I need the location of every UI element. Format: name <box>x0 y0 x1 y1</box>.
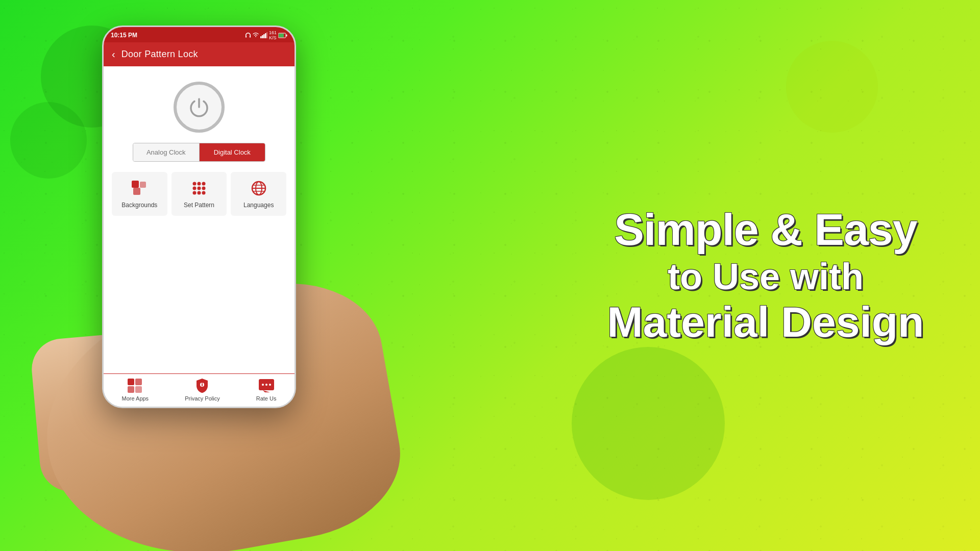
svg-point-17 <box>198 187 201 190</box>
svg-point-15 <box>202 182 206 186</box>
app-title: Door Pattern Lock <box>121 49 198 60</box>
svg-point-21 <box>202 191 206 195</box>
svg-point-20 <box>198 191 201 195</box>
more-apps-icon <box>128 378 143 393</box>
power-icon <box>188 96 210 118</box>
svg-point-36 <box>265 384 267 386</box>
status-icons: 161K/S <box>245 30 287 40</box>
languages-label: Languages <box>243 202 274 209</box>
svg-rect-0 <box>246 36 247 38</box>
tagline-line3: Material Design <box>592 298 939 345</box>
svg-rect-11 <box>133 188 140 195</box>
svg-rect-29 <box>128 386 134 393</box>
languages-tile[interactable]: Languages <box>231 172 286 216</box>
svg-rect-30 <box>135 386 142 393</box>
tagline-line2: to Use with <box>592 255 939 298</box>
rate-us-label: Rate Us <box>256 395 277 402</box>
app-bar: ‹ Door Pattern Lock <box>104 42 295 66</box>
svg-point-13 <box>193 182 197 186</box>
phone-wrapper: 10:15 PM <box>77 10 342 541</box>
svg-rect-4 <box>263 34 265 38</box>
svg-point-14 <box>198 182 201 186</box>
backgrounds-tile[interactable]: Backgrounds <box>112 172 167 216</box>
status-bar: 10:15 PM <box>104 27 295 42</box>
svg-rect-5 <box>265 33 266 38</box>
app-content: Analog Clock Digital Clock <box>104 66 295 407</box>
privacy-policy-label: Privacy Policy <box>185 395 219 402</box>
nav-more-apps[interactable]: More Apps <box>122 378 149 402</box>
power-button-icon[interactable] <box>174 82 225 133</box>
svg-point-18 <box>202 187 206 190</box>
wifi-icon <box>253 32 259 38</box>
more-apps-label: More Apps <box>122 395 149 402</box>
svg-point-33 <box>202 383 203 384</box>
svg-rect-3 <box>262 35 263 38</box>
svg-rect-9 <box>286 34 287 36</box>
analog-clock-button[interactable]: Analog Clock <box>133 143 200 161</box>
svg-rect-12 <box>140 182 146 188</box>
battery-icon <box>278 33 287 38</box>
tagline-line1: Simple & Easy <box>592 205 939 255</box>
svg-rect-32 <box>202 384 203 386</box>
svg-rect-6 <box>266 32 267 38</box>
svg-point-16 <box>193 187 197 190</box>
privacy-policy-icon <box>194 378 210 393</box>
data-speed: 161K/S <box>269 30 277 40</box>
rate-us-icon <box>259 378 274 393</box>
svg-point-35 <box>262 384 264 386</box>
svg-rect-27 <box>128 379 134 385</box>
digital-clock-button[interactable]: Digital Clock <box>200 143 265 161</box>
nav-privacy-policy[interactable]: Privacy Policy <box>185 378 219 402</box>
tagline-area: Simple & Easy to Use with Material Desig… <box>592 205 939 346</box>
bottom-nav: More Apps Privacy Policy <box>104 373 295 407</box>
svg-point-19 <box>193 191 197 195</box>
svg-rect-8 <box>279 34 284 37</box>
svg-rect-2 <box>260 36 262 38</box>
headphone-icon <box>245 32 251 38</box>
set-pattern-label: Set Pattern <box>184 202 214 209</box>
status-time: 10:15 PM <box>111 32 137 39</box>
svg-rect-10 <box>132 181 139 188</box>
feature-grid: Backgrounds <box>112 172 286 216</box>
nav-rate-us[interactable]: Rate Us <box>256 378 277 402</box>
languages-icon <box>250 179 268 197</box>
backgrounds-icon <box>130 179 149 197</box>
set-pattern-icon <box>190 179 208 197</box>
svg-rect-28 <box>135 379 142 385</box>
set-pattern-tile[interactable]: Set Pattern <box>172 172 227 216</box>
svg-marker-38 <box>263 390 270 392</box>
backgrounds-label: Backgrounds <box>121 202 157 209</box>
clock-toggle-group[interactable]: Analog Clock Digital Clock <box>133 143 265 162</box>
back-button[interactable]: ‹ <box>112 48 115 60</box>
phone-device: 10:15 PM <box>102 26 296 408</box>
svg-rect-1 <box>250 36 251 38</box>
signal-icon <box>260 32 267 38</box>
svg-point-37 <box>269 384 271 386</box>
